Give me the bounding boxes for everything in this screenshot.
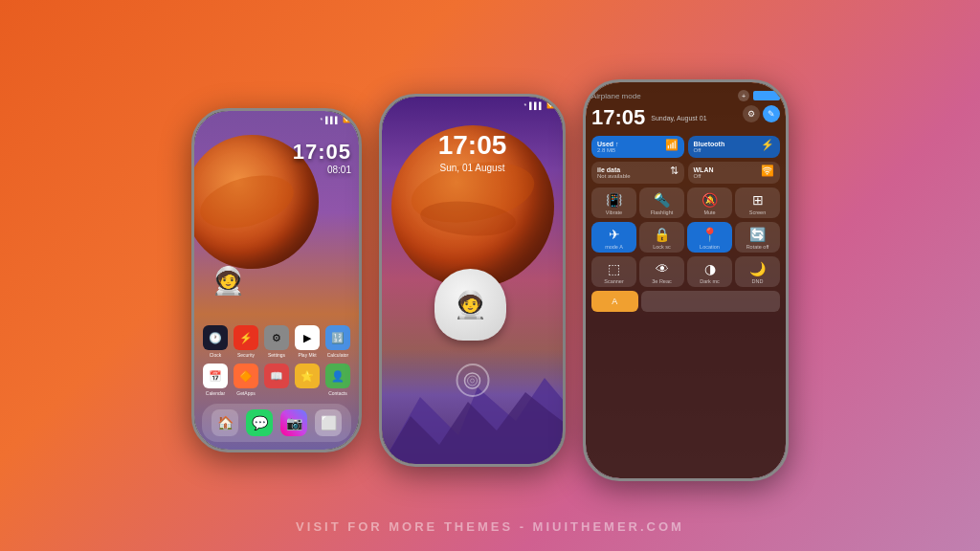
cc-date-container: Sunday, August 01: [651, 111, 706, 121]
phone2-status-bar: * ▌▌▌ 🛜: [382, 97, 563, 114]
reading-icon: 👁: [656, 261, 669, 276]
cc-edit2-icon[interactable]: ✎: [763, 105, 780, 122]
cc-tile-data[interactable]: 📶 Used ↑ 2.8 MB: [591, 136, 684, 158]
cc-tiles-row2: ⇅ ile data Not available 🛜 WLAN Off: [591, 162, 780, 184]
cc-header-icons: +: [738, 90, 780, 101]
phone1-background: * ▌▌▌ 🛜 17:05 08:01 🧑‍🚀: [194, 111, 359, 450]
dock-gallery[interactable]: 📷: [280, 409, 307, 436]
bottom-a-label: A: [612, 297, 617, 306]
cc-grid-3: ⬚ Scanner 👁 3e Reac ◑ Dark mc 🌙: [591, 256, 780, 287]
phone3-background: Airplane mode + 17:05 Sunday, August 01: [586, 82, 786, 478]
phone1-date: 08:01: [293, 165, 351, 175]
cc-edit-icon[interactable]: +: [738, 90, 749, 101]
planet-swirl: [194, 166, 300, 237]
lock-icon: 🔒: [654, 227, 670, 242]
app-settings[interactable]: ⚙ Settings: [264, 325, 289, 358]
rotate-icon: 🔄: [749, 227, 766, 242]
signal-icon: ▌▌▌: [325, 117, 340, 123]
app-calculator[interactable]: 🔢 Calculator: [325, 325, 350, 358]
phone2-background: * ▌▌▌ 🛜 17:05 Sun, 01 August 🧑‍🚀: [382, 97, 563, 464]
app-calendar[interactable]: 📅 Calendar: [203, 364, 228, 396]
cc-tile-mobile-data[interactable]: ⇅ ile data Not available: [591, 162, 684, 184]
mobile-data-icon: ⇅: [670, 165, 679, 177]
cc-airplane-mode[interactable]: ✈ mode A: [591, 222, 636, 253]
phone-1: * ▌▌▌ 🛜 17:05 08:01 🧑‍🚀: [191, 108, 362, 452]
cc-battery: [753, 91, 780, 100]
data-icon: 📶: [665, 139, 679, 151]
cc-airplane-label: Airplane mode: [591, 92, 641, 100]
cc-screen[interactable]: ⊞ Screen: [735, 187, 780, 218]
phones-container: * ▌▌▌ 🛜 17:05 08:01 🧑‍🚀: [191, 0, 789, 551]
phone2-date-value: Sun, 01 August: [382, 163, 563, 173]
vibrate-icon: 📳: [606, 192, 622, 208]
phone1-status-bar: * ▌▌▌ 🛜: [194, 111, 359, 128]
phone2-fingerprint[interactable]: [456, 364, 489, 397]
cc-bottom-a[interactable]: A: [591, 291, 638, 312]
app-star[interactable]: ⭐: [295, 364, 320, 396]
bluetooth-icon: ⚡: [761, 139, 774, 151]
app-getapps[interactable]: 🔶 GetApps: [234, 364, 258, 396]
p2-bt-icon: *: [523, 102, 526, 109]
phone-2-screen: * ▌▌▌ 🛜 17:05 Sun, 01 August 🧑‍🚀: [382, 97, 563, 464]
phone-2: * ▌▌▌ 🛜 17:05 Sun, 01 August 🧑‍🚀: [379, 94, 566, 467]
cc-header: Airplane mode +: [591, 90, 780, 101]
p2-signal: ▌▌▌: [529, 102, 544, 109]
cc-time: 17:05: [591, 105, 645, 130]
cc-mute[interactable]: 🔕 Mute: [687, 187, 732, 218]
darkmode-icon: ◑: [704, 261, 716, 276]
phone-3-screen: Airplane mode + 17:05 Sunday, August 01: [586, 82, 786, 478]
cc-rotate[interactable]: 🔄 Rotate off: [735, 222, 780, 253]
cc-location[interactable]: 📍 Location: [687, 222, 732, 253]
phone1-astronaut: 🧑‍🚀: [212, 265, 245, 297]
cc-bottom-search[interactable]: [641, 291, 781, 312]
phone-1-screen: * ▌▌▌ 🛜 17:05 08:01 🧑‍🚀: [194, 111, 359, 450]
scanner-icon: ⬚: [608, 261, 620, 276]
dock-home[interactable]: 🏠: [212, 409, 238, 436]
phone1-clock: 17:05 08:01: [293, 140, 351, 175]
cc-dnd[interactable]: 🌙 DND: [735, 256, 780, 287]
phone2-astronaut: 🧑‍🚀: [434, 269, 506, 341]
wifi-icon: 🛜: [343, 116, 351, 123]
cc-tile-bluetooth[interactable]: ⚡ Bluetooth Off: [688, 136, 781, 158]
cc-grid-2: ✈ mode A 🔒 Lock sc 📍 Location 🔄: [591, 222, 780, 253]
bt-icon: *: [320, 117, 323, 123]
airplane-icon: ✈: [609, 227, 620, 242]
cc-lockscreen[interactable]: 🔒 Lock sc: [639, 222, 684, 253]
dnd-icon: 🌙: [749, 261, 766, 276]
cc-top-icons: ⚙ ✎: [743, 105, 780, 122]
cc-settings-icon[interactable]: ⚙: [743, 105, 760, 122]
cc-darkmode[interactable]: ◑ Dark mc: [687, 256, 732, 287]
cc-scanner[interactable]: ⬚ Scanner: [591, 256, 636, 287]
app-clock[interactable]: 🕐 Clock: [203, 325, 228, 358]
app-book[interactable]: 📖: [264, 364, 289, 396]
dock-extra[interactable]: ⬜: [315, 409, 342, 436]
watermark: VISIT FOR MORE THEMES - MIUITHEMER.COM: [296, 519, 684, 534]
flashlight-icon: 🔦: [654, 192, 670, 208]
dock-messages[interactable]: 💬: [246, 409, 273, 436]
screen-icon: ⊞: [752, 192, 764, 208]
svg-point-4: [471, 379, 475, 383]
phone1-dock: 🏠 💬 📷 ⬜: [202, 404, 351, 442]
control-center-panel: Airplane mode + 17:05 Sunday, August 01: [586, 82, 786, 478]
cc-date: Sunday, August 01: [651, 115, 706, 121]
phone1-apps: 🕐 Clock ⚡ Security ⚙ Settings ▶: [194, 325, 359, 402]
svg-point-2: [465, 373, 480, 388]
cc-tiles-row1: 📶 Used ↑ 2.8 MB ⚡ Bluetooth Off: [591, 136, 780, 158]
phone1-time: 17:05: [293, 140, 351, 165]
app-security[interactable]: ⚡ Security: [234, 325, 258, 358]
cc-flashlight[interactable]: 🔦 Flashlight: [639, 187, 684, 218]
phone2-clock: 17:05 Sun, 01 August: [382, 130, 563, 173]
app-row-1: 🕐 Clock ⚡ Security ⚙ Settings ▶: [200, 325, 353, 358]
app-row-2: 📅 Calendar 🔶 GetApps 📖 ⭐: [200, 364, 353, 396]
p2-wifi: 🛜: [546, 101, 555, 109]
cc-tile-wlan[interactable]: 🛜 WLAN Off: [688, 162, 781, 184]
mute-icon: 🔕: [702, 192, 718, 208]
location-icon: 📍: [702, 227, 718, 242]
app-contacts[interactable]: 👤 Contacts: [325, 364, 350, 396]
fingerprint-icon: [463, 371, 482, 390]
app-playstore[interactable]: ▶ Play Mkt: [295, 325, 320, 358]
cc-vibrate[interactable]: 📳 Vibrate: [591, 187, 636, 218]
cc-reading[interactable]: 👁 3e Reac: [639, 256, 684, 287]
wlan-icon: 🛜: [761, 165, 774, 177]
svg-point-3: [468, 376, 478, 386]
